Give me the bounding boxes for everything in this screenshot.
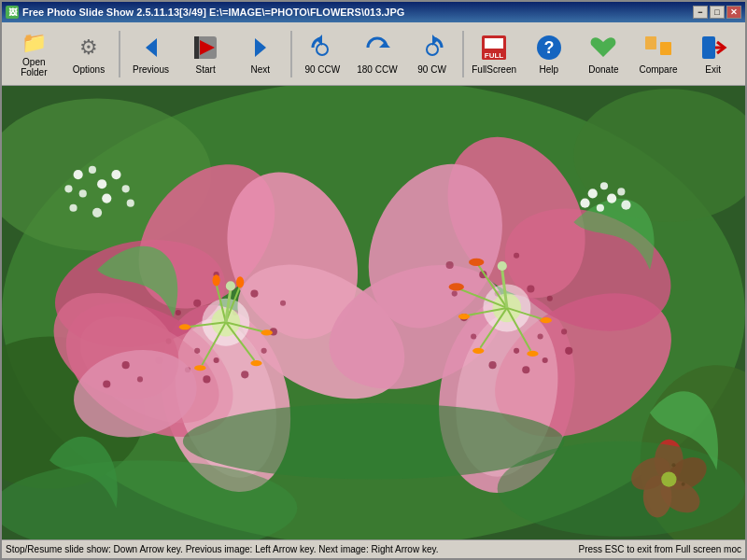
toolbar: 📁 Open Folder ⚙ Options Previous xyxy=(2,22,745,86)
svg-point-23 xyxy=(74,170,83,179)
start-button[interactable]: Start xyxy=(179,27,233,81)
svg-point-28 xyxy=(111,170,120,179)
svg-point-105 xyxy=(541,317,552,323)
svg-rect-15 xyxy=(702,36,715,59)
separator-1 xyxy=(119,31,120,77)
svg-point-130 xyxy=(607,193,616,203)
fullscreen-button[interactable]: FULL FullScreen xyxy=(468,27,521,81)
rotate-90cw-icon xyxy=(417,33,447,63)
maximize-button[interactable]: □ xyxy=(710,6,725,19)
svg-text:FULL: FULL xyxy=(485,51,504,60)
photo-display xyxy=(2,86,745,539)
open-folder-label: Open Folder xyxy=(11,57,57,77)
rotate-90ccw-icon xyxy=(307,33,337,63)
svg-point-44 xyxy=(214,357,219,363)
open-folder-button[interactable]: 📁 Open Folder xyxy=(7,27,61,81)
svg-point-24 xyxy=(89,166,96,174)
rotate-180ccw-label: 180 CCW xyxy=(357,64,397,75)
minimize-button[interactable]: − xyxy=(693,6,708,19)
exit-icon xyxy=(698,33,728,63)
previous-button[interactable]: Previous xyxy=(124,27,177,81)
svg-point-46 xyxy=(194,348,200,354)
svg-point-51 xyxy=(176,310,181,315)
donate-label: Donate xyxy=(588,64,618,75)
options-button[interactable]: ⚙ Options xyxy=(63,27,116,81)
svg-point-29 xyxy=(122,185,130,192)
svg-point-80 xyxy=(522,366,529,373)
svg-point-66 xyxy=(179,324,190,329)
rotate-90ccw-button[interactable]: 90 CCW xyxy=(296,27,349,81)
window-title: Free Photo Slide Show 2.5.11.13[3/49] E:… xyxy=(22,7,404,18)
next-button[interactable]: Next xyxy=(233,27,287,81)
svg-point-116 xyxy=(103,380,110,387)
svg-rect-14 xyxy=(660,42,671,55)
separator-3 xyxy=(462,31,464,77)
svg-point-86 xyxy=(565,347,572,355)
image-display-area xyxy=(2,86,745,539)
previous-label: Previous xyxy=(133,64,169,75)
svg-point-89 xyxy=(547,296,553,301)
donate-icon xyxy=(588,33,618,63)
help-button[interactable]: ? Help xyxy=(522,27,575,81)
fullscreen-icon: FULL xyxy=(479,33,509,63)
options-icon: ⚙ xyxy=(74,33,104,63)
rotate-180ccw-button[interactable]: 180 CCW xyxy=(351,27,404,81)
svg-point-26 xyxy=(79,189,87,197)
statusbar-right-text: Press ESC to exit from Full screen moc xyxy=(579,544,742,554)
svg-point-30 xyxy=(102,193,111,203)
svg-point-127 xyxy=(498,441,745,537)
statusbar-left-text: Stop/Resume slide show: Down Arrow key. … xyxy=(6,544,439,554)
rotate-90cw-label: 90 CW xyxy=(417,64,446,75)
previous-icon xyxy=(136,33,166,63)
svg-point-95 xyxy=(446,261,454,269)
app-icon: 🖼 xyxy=(6,6,19,19)
svg-point-64 xyxy=(261,329,273,335)
svg-point-101 xyxy=(527,351,538,357)
svg-point-83 xyxy=(488,361,496,369)
svg-point-107 xyxy=(449,283,464,290)
close-button[interactable]: ✕ xyxy=(726,6,741,19)
svg-point-90 xyxy=(527,285,534,292)
svg-point-134 xyxy=(621,201,630,210)
svg-point-109 xyxy=(469,259,484,266)
svg-point-82 xyxy=(514,348,519,354)
svg-marker-4 xyxy=(255,38,266,57)
svg-point-103 xyxy=(458,314,470,319)
compare-button[interactable]: Compare xyxy=(632,27,685,81)
svg-point-56 xyxy=(280,301,286,306)
svg-point-42 xyxy=(203,375,210,383)
next-icon xyxy=(246,33,275,63)
svg-point-45 xyxy=(241,371,248,378)
svg-point-132 xyxy=(580,199,589,208)
rotate-90cw-button[interactable]: 90 CW xyxy=(405,27,458,81)
svg-point-131 xyxy=(597,204,604,212)
svg-point-54 xyxy=(250,290,258,298)
svg-rect-3 xyxy=(194,36,199,59)
svg-point-129 xyxy=(600,182,608,189)
svg-point-111 xyxy=(498,261,507,271)
svg-point-133 xyxy=(617,188,625,195)
compare-icon xyxy=(643,33,673,63)
exit-button[interactable]: Exit xyxy=(686,27,740,81)
rotate-180ccw-icon xyxy=(362,33,392,63)
svg-point-68 xyxy=(213,274,220,286)
svg-rect-13 xyxy=(645,36,656,49)
start-label: Start xyxy=(196,64,216,75)
next-label: Next xyxy=(250,64,270,75)
svg-point-62 xyxy=(194,365,205,371)
svg-point-70 xyxy=(236,276,244,287)
help-icon: ? xyxy=(534,33,564,63)
svg-point-85 xyxy=(561,329,567,334)
start-icon xyxy=(190,33,220,63)
help-label: Help xyxy=(539,64,558,75)
svg-point-125 xyxy=(183,403,564,480)
svg-point-81 xyxy=(543,357,548,363)
titlebar: 🖼 Free Photo Slide Show 2.5.11.13[3/49] … xyxy=(2,2,745,22)
svg-point-60 xyxy=(250,360,261,366)
separator-2 xyxy=(290,31,292,77)
svg-point-52 xyxy=(193,300,201,307)
titlebar-left: 🖼 Free Photo Slide Show 2.5.11.13[3/49] … xyxy=(6,6,404,19)
svg-point-84 xyxy=(538,333,543,339)
svg-point-93 xyxy=(514,253,519,259)
donate-button[interactable]: Donate xyxy=(577,27,630,81)
